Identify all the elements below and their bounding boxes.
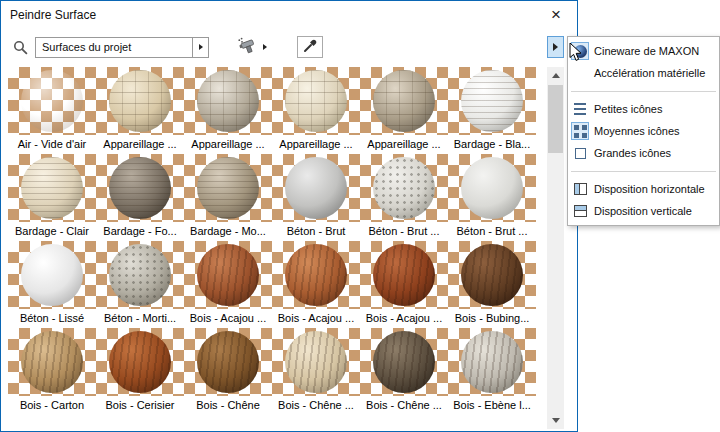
- menu-item-moyennes-icones[interactable]: Moyennes icônes: [568, 120, 719, 142]
- flyout-arrow-icon: [199, 44, 203, 50]
- close-button[interactable]: ×: [543, 3, 569, 27]
- menu-item-cineware-de-maxon[interactable]: Cineware de MAXON: [568, 40, 719, 62]
- material-thumbnail: [360, 241, 448, 309]
- menu-item-petites-icones[interactable]: Petites icônes: [568, 98, 719, 120]
- menu-item-disposition-horizontale[interactable]: Disposition horizontale: [568, 178, 719, 200]
- surface-source-value: Surfaces du projet: [42, 41, 131, 53]
- menu-item-acceleration-materielle[interactable]: Accélération matérielle: [568, 62, 719, 84]
- view-options-button[interactable]: [547, 36, 564, 58]
- scroll-down-button[interactable]: [547, 412, 564, 429]
- material-item[interactable]: Bois - Chêne ...: [272, 328, 360, 415]
- material-item[interactable]: Bois - Acajou ...: [184, 241, 272, 328]
- menu-item-label: Moyennes icônes: [594, 125, 680, 137]
- material-item[interactable]: Appareillage ...: [272, 67, 360, 154]
- material-thumbnail: [272, 241, 360, 309]
- menu-item-label: Disposition verticale: [594, 205, 692, 217]
- material-thumbnail: [272, 67, 360, 135]
- material-item[interactable]: Appareillage ...: [96, 67, 184, 154]
- material-label: Bois - Bubing...: [448, 309, 536, 326]
- surface-source-field[interactable]: Surfaces du projet: [35, 37, 193, 58]
- material-item[interactable]: Béton - Brut ...: [448, 154, 536, 241]
- material-item[interactable]: Béton - Brut: [272, 154, 360, 241]
- material-thumbnail: [8, 154, 96, 222]
- material-sphere-icon: [285, 331, 347, 393]
- material-label: Bois - Carton: [8, 396, 96, 413]
- material-sphere-icon: [373, 70, 435, 132]
- material-item[interactable]: Béton - Lissé: [8, 241, 96, 328]
- material-sphere-icon: [197, 157, 259, 219]
- scrollbar-thumb[interactable]: [548, 85, 563, 153]
- material-sphere-icon: [109, 244, 171, 306]
- material-label: Bois - Acajou ...: [184, 309, 272, 326]
- view-options-arrow-icon: [553, 43, 558, 51]
- material-thumbnail: [448, 328, 536, 396]
- toolbar: Surfaces du projet: [1, 31, 577, 63]
- material-thumbnail: [272, 154, 360, 222]
- material-item[interactable]: Bardage - Mo...: [184, 154, 272, 241]
- material-item[interactable]: Bois - Chêne: [184, 328, 272, 415]
- material-thumbnail: [360, 328, 448, 396]
- material-sphere-icon: [21, 70, 83, 132]
- material-thumbnail: [8, 241, 96, 309]
- material-item[interactable]: Bois - Bubing...: [448, 241, 536, 328]
- airbrush-button[interactable]: [237, 37, 267, 58]
- menu-item-label: Disposition horizontale: [594, 183, 705, 195]
- material-item[interactable]: Bois - Acajou ...: [360, 241, 448, 328]
- material-label: Bois - Acajou ...: [360, 309, 448, 326]
- titlebar: Peindre Surface ×: [1, 1, 577, 29]
- material-sphere-icon: [461, 331, 523, 393]
- material-thumbnail: [448, 67, 536, 135]
- eyedropper-icon: [303, 38, 318, 56]
- material-sphere-icon: [461, 157, 523, 219]
- material-item[interactable]: Béton - Brut ...: [360, 154, 448, 241]
- material-item[interactable]: Air - Vide d'air: [8, 67, 96, 154]
- material-item[interactable]: Béton - Morti...: [96, 241, 184, 328]
- material-label: Béton - Brut ...: [360, 222, 448, 239]
- menu-item-label: Grandes icônes: [594, 147, 671, 159]
- material-label: Béton - Brut: [272, 222, 360, 239]
- view-options-menu: Cineware de MAXON Accélération matériell…: [567, 36, 720, 226]
- material-sphere-icon: [285, 70, 347, 132]
- material-sphere-icon: [21, 244, 83, 306]
- material-item[interactable]: Bardage - Clair: [8, 154, 96, 241]
- material-item[interactable]: Bois - Ebène l...: [448, 328, 536, 415]
- scroll-up-button[interactable]: [547, 67, 564, 84]
- material-sphere-icon: [461, 244, 523, 306]
- material-label: Bois - Ebène l...: [448, 396, 536, 413]
- material-label: Bardage - Clair: [8, 222, 96, 239]
- material-item[interactable]: Bois - Cerisier: [96, 328, 184, 415]
- material-sphere-icon: [109, 70, 171, 132]
- surface-source-flyout-button[interactable]: [193, 37, 209, 58]
- material-thumbnail: [360, 154, 448, 222]
- material-thumbnail: [96, 241, 184, 309]
- menu-item-grandes-icones[interactable]: Grandes icônes: [568, 142, 719, 164]
- material-thumbnail: [448, 154, 536, 222]
- material-sphere-icon: [285, 244, 347, 306]
- material-label: Bardage - Bla...: [448, 135, 536, 152]
- material-sphere-icon: [21, 157, 83, 219]
- material-item[interactable]: Bardage - Bla...: [448, 67, 536, 154]
- material-sphere-icon: [285, 157, 347, 219]
- blank-icon: [574, 67, 587, 80]
- material-thumbnail: [8, 67, 96, 135]
- window-title: Peindre Surface: [10, 8, 96, 22]
- material-label: Bois - Acajou ...: [272, 309, 360, 326]
- menu-item-disposition-verticale[interactable]: Disposition verticale: [568, 200, 719, 222]
- material-item[interactable]: Appareillage ...: [184, 67, 272, 154]
- material-sphere-icon: [373, 157, 435, 219]
- material-thumbnail: [96, 154, 184, 222]
- eyedropper-button[interactable]: [297, 36, 323, 58]
- material-item[interactable]: Bois - Carton: [8, 328, 96, 415]
- material-label: Béton - Morti...: [96, 309, 184, 326]
- material-label: Bois - Chêne ...: [272, 396, 360, 413]
- material-item[interactable]: Appareillage ...: [360, 67, 448, 154]
- vertical-scrollbar[interactable]: [547, 67, 564, 429]
- material-item[interactable]: Bois - Acajou ...: [272, 241, 360, 328]
- scroll-up-icon: [552, 73, 560, 78]
- material-thumbnail: [184, 241, 272, 309]
- materials-grid: Air - Vide d'air Appareillage ... Appare…: [8, 67, 536, 415]
- material-item[interactable]: Bois - Chêne ...: [360, 328, 448, 415]
- material-sphere-icon: [197, 331, 259, 393]
- material-item[interactable]: Bardage - Fo...: [96, 154, 184, 241]
- material-thumbnail: [184, 154, 272, 222]
